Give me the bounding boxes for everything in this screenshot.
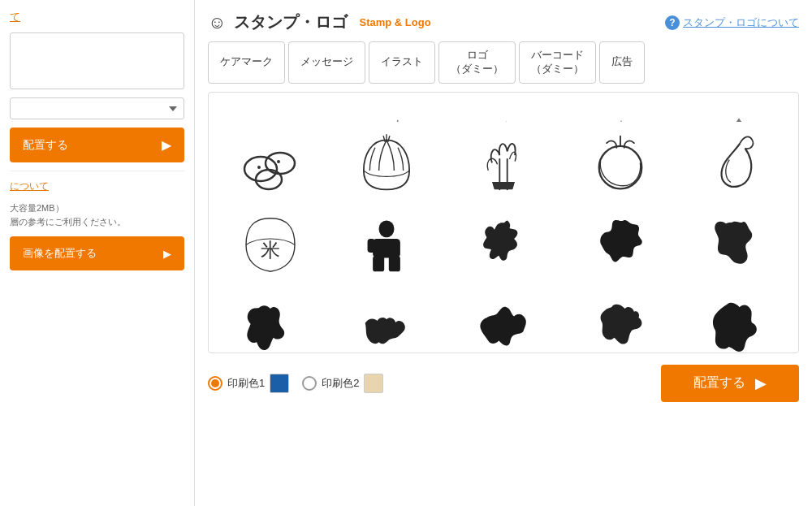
help-link[interactable]: スタンプ・ロゴについて [683,15,799,30]
svg-point-6 [257,166,261,169]
color1-radio[interactable] [208,376,222,391]
tab-ad[interactable]: 広告 [599,41,645,84]
stamp-chubu[interactable] [678,289,795,352]
stamp-partial-2[interactable] [326,93,444,122]
svg-marker-1 [612,120,631,122]
color2-radio[interactable] [302,376,317,391]
stamp-partial-row: 🐾 [209,93,798,122]
stamp-kyushu[interactable] [212,289,329,352]
top-link[interactable]: て [10,10,184,24]
svg-point-8 [598,146,641,189]
image-arrow-icon: ▶ [163,248,171,260]
place-btn-arrow-icon: ▶ [755,374,767,392]
stamp-partial-1[interactable]: 🐾 [209,93,326,122]
svg-text:米: 米 [261,238,280,260]
tab-logo[interactable]: ロゴ（ダミー） [438,41,516,84]
color2-option: 印刷色2 [302,374,383,393]
stamp-shikoku[interactable] [329,289,446,352]
stamp-seat[interactable] [329,207,446,283]
svg-point-3 [244,157,277,181]
stamp-grid-wrapper: 🐾 [208,92,799,353]
place-arrow-icon: ▶ [162,137,171,153]
stamp-chugoku[interactable] [445,289,562,352]
tab-care[interactable]: ケアマーク [208,41,285,84]
stamp-logo-icon: ☺ [208,12,226,33]
note: 大容量2MB） 層の参考にご利用ください。 [10,201,184,228]
header-title-jp: スタンプ・ロゴ [234,11,348,33]
stamp-onion[interactable] [329,125,446,201]
stamp-tomato[interactable] [562,125,679,201]
stamp-partial-3[interactable] [444,93,562,122]
stamp-tohoku[interactable] [678,207,795,283]
stamp-potato[interactable] [212,125,329,201]
color2-swatch[interactable] [364,374,383,393]
font-select[interactable] [10,97,184,119]
stamp-row-2: 米 [209,204,798,286]
tab-message[interactable]: メッセージ [288,41,365,84]
svg-rect-11 [374,239,401,257]
svg-rect-10 [379,220,395,237]
header: ☺ スタンプ・ロゴ Stamp & Logo ? スタンプ・ロゴについて [208,11,799,33]
color1-label: 印刷色1 [227,376,265,391]
svg-marker-2 [724,118,755,122]
stamp-kanto[interactable] [562,289,679,352]
image-place-button[interactable]: 画像を配置する ▶ [10,236,184,270]
stamp-rice[interactable]: 米 [212,207,329,283]
tab-illust[interactable]: イラスト [369,41,435,84]
stamp-row-3 [209,286,798,352]
help-icon: ? [665,15,680,30]
stamp-vegetable[interactable] [445,125,562,201]
tab-barcode[interactable]: バーコード（ダミー） [519,41,596,84]
svg-point-7 [277,160,280,163]
place-btn-label: 配置する [693,374,745,391]
svg-rect-12 [374,256,385,271]
place-button-bottom[interactable]: 配置する ▶ [661,365,799,402]
tabs-row: ケアマーク メッセージ イラスト ロゴ（ダミー） バーコード（ダミー） 広告 [208,41,799,84]
stamp-partial-4[interactable] [563,93,680,122]
place-button-left[interactable]: 配置する ▶ [10,128,184,162]
about-link[interactable]: について [10,179,184,193]
color1-swatch[interactable] [270,374,289,393]
header-help: ? スタンプ・ロゴについて [665,15,799,30]
stamp-japan-map[interactable] [445,207,562,283]
text-input[interactable] [10,32,184,89]
left-panel: て 配置する ▶ について 大容量2MB） 層の参考にご利用ください。 画像を配… [0,0,195,506]
stamp-row-1 [209,122,798,204]
stamp-eggplant[interactable] [678,125,795,201]
color2-label: 印刷色2 [322,376,359,391]
stamp-hokkaido[interactable] [562,207,679,283]
color1-option: 印刷色1 [208,374,289,393]
svg-text:🐾: 🐾 [253,119,274,122]
divider [10,171,184,171]
stamp-grid-scroll[interactable]: 🐾 [209,93,798,352]
svg-rect-14 [368,239,375,253]
right-panel: ☺ スタンプ・ロゴ Stamp & Logo ? スタンプ・ロゴについて ケアマ… [195,0,812,506]
header-title-en: Stamp & Logo [359,16,430,28]
svg-rect-13 [389,256,400,271]
bottom-bar: 印刷色1 印刷色2 配置する ▶ [208,365,799,402]
stamp-partial-5[interactable] [680,93,798,122]
